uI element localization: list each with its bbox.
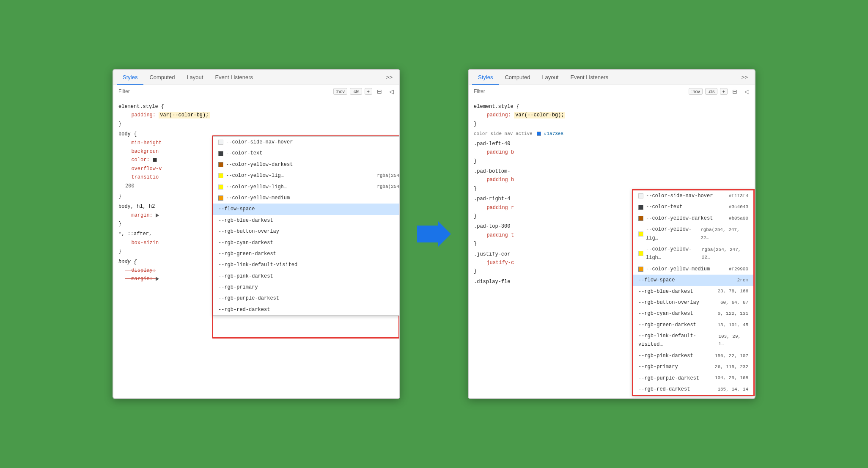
right-dropdown-rgb-cyan-darkest[interactable]: --rgb-cyan-darkest 0, 122, 131 xyxy=(633,308,753,319)
right-dropdown-color-yellow-medium[interactable]: --color-yellow-medium #f29900 xyxy=(633,264,753,275)
right-color-nav-swatch-blue xyxy=(537,132,541,136)
right-dd-name-13: --rgb-pink-darkest xyxy=(638,352,693,360)
right-tab-event-listeners[interactable]: Event Listeners xyxy=(564,71,614,85)
left-tab-styles[interactable]: Styles xyxy=(117,71,143,85)
right-dropdown-color-yellow-ligh[interactable]: --color-yellow-ligh… rgba(254, 247, 22… xyxy=(633,244,753,264)
left-universal-selector: *, ::after, xyxy=(118,231,152,237)
left-dropdown-color-text[interactable]: --color-text #3c4043 xyxy=(213,148,399,159)
right-dd-name-4: --color-yellow-lig… xyxy=(646,225,700,242)
right-pad-left-selector: .pad-left-40 xyxy=(474,141,510,147)
left-hov-btn[interactable]: :hov xyxy=(333,88,347,95)
left-tab-more[interactable]: >> xyxy=(383,72,396,84)
right-dd-name-9: --rgb-button-overlay xyxy=(638,298,699,307)
right-dropdown-rgb-purple-darkest[interactable]: --rgb-purple-darkest 104, 29, 168 xyxy=(633,373,753,384)
left-dropdown-color-yellow-darkest[interactable]: --color-yellow-darkest #b05a00 xyxy=(213,159,399,170)
main-container: Styles Computed Layout Event Listeners >… xyxy=(96,52,772,416)
right-dd-val-7: 2rem xyxy=(737,276,748,284)
left-dropdown-rgb-red-darkest[interactable]: --rgb-red-darkest xyxy=(213,304,399,315)
right-dd-name-6: --color-yellow-medium xyxy=(646,265,710,273)
right-dd-val-5: rgba(254, 247, 22… xyxy=(702,246,748,262)
right-dropdown-rgb-green-darkest[interactable]: --rgb-green-darkest 13, 101, 45 xyxy=(633,319,753,330)
left-arrow-icon[interactable]: ◁ xyxy=(387,87,396,96)
left-body-h1-selector: body, h1, h2 xyxy=(118,204,155,209)
right-dd-val-14: 26, 115, 232 xyxy=(715,363,748,371)
left-padding-prop: padding: xyxy=(118,112,156,118)
right-dropdown-color-yellow-darkest[interactable]: --color-yellow-darkest #b05a00 xyxy=(633,213,753,224)
right-dropdown-rgb-link-default-visited[interactable]: --rgb-link-default-visited… 103, 29, 1… xyxy=(633,330,753,350)
right-plus-btn[interactable]: + xyxy=(720,88,728,95)
left-background-prop: backgroun xyxy=(118,149,159,154)
right-dropdown-rgb-red-darkest[interactable]: --rgb-red-darkest 165, 14, 14 xyxy=(633,384,753,395)
left-dd-name-15: --rgb-purple-darkest xyxy=(218,294,279,303)
right-element-style-rule: element.style { padding: var(--color-bg)… xyxy=(469,102,755,129)
left-plus-btn[interactable]: + xyxy=(365,88,372,95)
left-dropdown-flow-space[interactable]: --flow-space xyxy=(213,204,399,215)
left-dropdown-rgb-cyan-darkest[interactable]: --rgb-cyan-darkest xyxy=(213,237,399,248)
left-dropdown-rgb-pink-darkest[interactable]: --rgb-pink-darkest xyxy=(213,271,399,282)
left-dd-val-4: rgba(254, 247, 22… xyxy=(377,172,399,180)
left-margin-prop: margin: xyxy=(118,212,160,218)
left-dd-name-10: --rgb-cyan-darkest xyxy=(218,239,273,247)
left-dd-name-5: --color-yellow-ligh… xyxy=(226,183,287,191)
left-tab-computed[interactable]: Computed xyxy=(143,71,181,85)
right-dropdown-rgb-primary[interactable]: --rgb-primary 26, 115, 232 xyxy=(633,361,753,372)
left-tab-layout[interactable]: Layout xyxy=(181,71,209,85)
right-pad-bottom-prop: padding b xyxy=(474,177,514,183)
right-arrow-icon[interactable]: ◁ xyxy=(742,87,751,96)
right-dd-name-7: --flow-space xyxy=(638,276,675,284)
right-screenshot-icon[interactable]: ⊟ xyxy=(730,87,739,96)
right-cls-btn[interactable]: .cls xyxy=(705,88,717,95)
left-overflow-prop: overflow-v xyxy=(118,166,162,172)
right-tab-styles[interactable]: Styles xyxy=(472,71,499,85)
right-dropdown-rgb-pink-darkest[interactable]: --rgb-pink-darkest 156, 22, 107 xyxy=(633,350,753,361)
right-dd-name-15: --rgb-purple-darkest xyxy=(638,374,699,383)
right-dd-val-16: 165, 14, 14 xyxy=(717,385,748,394)
right-color-nav-text: color-side-nav-active xyxy=(474,131,533,136)
right-dd-name-8: --rgb-blue-darkest xyxy=(638,287,693,296)
left-dd-name-13: --rgb-pink-darkest xyxy=(218,272,273,281)
left-dropdown-rgb-primary[interactable]: --rgb-primary xyxy=(213,282,399,293)
left-dd-name-14: --rgb-primary xyxy=(218,283,258,292)
left-dropdown-rgb-button-overlay[interactable]: --rgb-button-overlay xyxy=(213,226,399,237)
left-styles-content: element.style { padding: var(--color-bg)… xyxy=(113,98,399,398)
left-body-selector: body { xyxy=(118,131,137,137)
right-pad-left-prop: padding b xyxy=(474,149,514,155)
right-dropdown-color-side-nav-hover[interactable]: --color-side-nav-hover #f1f3f4 xyxy=(633,190,753,201)
right-dd-val-6: #f29900 xyxy=(729,265,748,273)
left-filter-input[interactable] xyxy=(117,88,330,95)
right-hov-btn[interactable]: :hov xyxy=(689,88,703,95)
right-dd-name-12: --rgb-link-default-visited… xyxy=(638,332,718,349)
right-dropdown-flow-space[interactable]: --flow-space 2rem xyxy=(633,275,753,286)
right-filter-input[interactable] xyxy=(472,88,685,95)
left-cls-btn[interactable]: .cls xyxy=(350,88,362,95)
left-min-height-prop: min-height xyxy=(118,140,162,146)
right-filter-bar: :hov .cls + ⊟ ◁ xyxy=(469,85,755,98)
right-devtools-panel: Styles Computed Layout Event Listeners >… xyxy=(468,69,755,399)
right-tab-more[interactable]: >> xyxy=(738,72,751,84)
left-transition-prop: transitio xyxy=(118,174,159,180)
left-dropdown-rgb-purple-darkest[interactable]: --rgb-purple-darkest xyxy=(213,293,399,304)
right-dd-val-4: rgba(254, 247, 22… xyxy=(700,226,748,242)
left-dd-name-12: --rgb-link-default-visited xyxy=(218,261,297,269)
right-dropdown-color-text[interactable]: --color-text #3c4043 xyxy=(633,201,753,212)
right-dd-name-16: --rgb-red-darkest xyxy=(638,385,690,394)
left-dropdown-color-side-nav-hover[interactable]: --color-side-nav-hover #f1f3f4 xyxy=(213,137,399,148)
right-dropdown-rgb-blue-darkest[interactable]: --rgb-blue-darkest 23, 78, 166 xyxy=(633,286,753,297)
right-dropdown-rgb-button-overlay[interactable]: --rgb-button-overlay 60, 64, 67 xyxy=(633,297,753,308)
left-dropdown-color-yellow-medium[interactable]: --color-yellow-medium #f29900 xyxy=(213,193,399,204)
left-tab-event-listeners[interactable]: Event Listeners xyxy=(209,71,259,85)
right-display-selector: .display-fle xyxy=(474,279,510,285)
left-screenshot-icon[interactable]: ⊟ xyxy=(375,87,384,96)
right-dropdown-color-yellow-lig[interactable]: --color-yellow-lig… rgba(254, 247, 22… xyxy=(633,224,753,244)
left-dd-name-16: --rgb-red-darkest xyxy=(218,306,270,314)
right-dd-val-13: 156, 22, 107 xyxy=(715,352,748,360)
left-dropdown-rgb-link-default-visited[interactable]: --rgb-link-default-visited xyxy=(213,259,399,270)
right-tab-layout[interactable]: Layout xyxy=(536,71,564,85)
left-autocomplete-dropdown: --color-side-nav-hover #f1f3f4 --color-t… xyxy=(213,136,399,316)
left-dropdown-rgb-green-darkest[interactable]: --rgb-green-darkest xyxy=(213,248,399,259)
left-dropdown-color-yellow-lig[interactable]: --color-yellow-lig… rgba(254, 247, 22… xyxy=(213,170,399,181)
right-tab-computed[interactable]: Computed xyxy=(499,71,536,85)
left-dropdown-rgb-blue-darkest[interactable]: --rgb-blue-darkest xyxy=(213,215,399,226)
left-filter-buttons: :hov .cls + ⊟ ◁ xyxy=(333,87,396,96)
left-dropdown-color-yellow-ligh[interactable]: --color-yellow-ligh… rgba(254, 247, 22… xyxy=(213,182,399,193)
